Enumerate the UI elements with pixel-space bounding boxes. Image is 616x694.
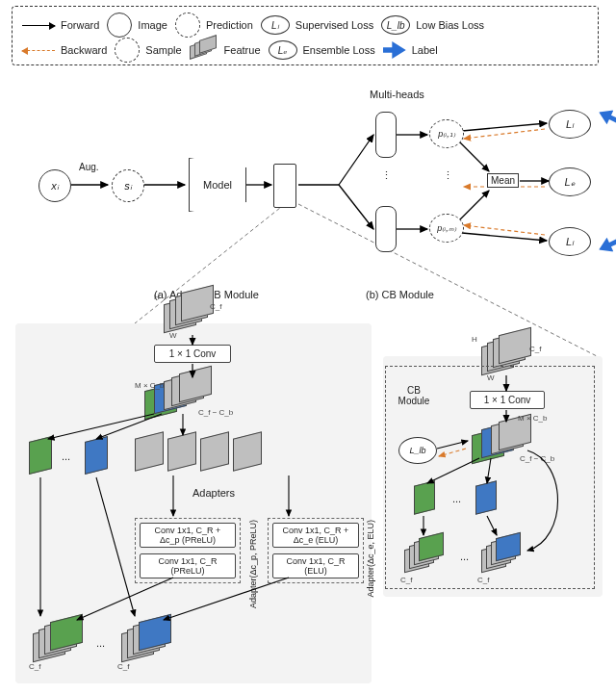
legend-sample-label: Sample <box>145 44 181 56</box>
svg-line-8 <box>460 142 489 171</box>
a-CfCb: C_f − C_b <box>198 408 233 417</box>
label-arrow-top <box>596 105 616 128</box>
a-out-Cf1: C_f <box>29 662 40 671</box>
head-1 <box>375 112 397 158</box>
ellipse-Ll-icon: Lₗ <box>261 15 290 35</box>
module-b-title: (b) CB Module <box>366 289 434 300</box>
b-H: H <box>472 335 477 344</box>
a-conv1: 1 × 1 Conv <box>154 345 231 363</box>
mean-label: Mean <box>491 175 515 186</box>
adapters-label: Adapters <box>192 487 235 499</box>
ellipse-Llb-icon: L_lb <box>381 15 410 35</box>
adapter-1: Conv 1x1, C_R + Δc_p (PReLU) Conv 1x1, C… <box>135 518 241 583</box>
ellipse-Le-icon: Lₑ <box>269 40 297 60</box>
Ll-bot-label: Lₗ <box>566 236 574 248</box>
pred-im: p₍ᵢ,ₘ₎ <box>429 214 464 243</box>
a-out-Cf2: C_f <box>117 662 129 671</box>
pi1-label: p₍ᵢ,₁₎ <box>438 129 455 139</box>
model-label: Model <box>203 179 232 191</box>
node-si: sᵢ <box>112 169 144 202</box>
fm-b-dots: ... <box>452 493 461 504</box>
feature-stack-icon <box>190 38 218 63</box>
Le-label: Lₑ <box>564 176 575 189</box>
legend-prediction: Prediction <box>175 13 253 38</box>
mean-box: Mean <box>487 173 519 188</box>
svg-line-4 <box>339 135 373 185</box>
head-m <box>375 206 397 252</box>
Ll-top-label: Lₗ <box>566 118 574 131</box>
legend: Forward Image Prediction LₗSupervised Lo… <box>12 6 599 65</box>
heads-dots: ⋮ <box>381 169 392 182</box>
loss-Llb: L_lb <box>398 437 437 464</box>
svg-line-9 <box>460 191 489 219</box>
fm-a-dots: ... <box>62 450 70 462</box>
b-CfCb: C_f − C_b <box>520 454 554 463</box>
b-Cf: C_f <box>529 345 541 353</box>
Llb-label: L_lb <box>409 446 425 455</box>
a-MCb: M × C_b <box>135 381 164 390</box>
legend-backward: Backward <box>22 44 107 56</box>
feature-rect <box>273 164 296 208</box>
legend-sample: Sample <box>115 38 181 63</box>
ad2-name: Adapter(Δc_e, ELU) <box>366 520 375 598</box>
b-out-dots: ... <box>460 551 469 562</box>
aug-label: Aug. <box>79 162 99 172</box>
legend-ensemble-loss: LₑEnsemble Loss <box>269 40 375 60</box>
ad1-name: Adapter(Δc_p, PReLU) <box>248 520 258 608</box>
svg-line-14 <box>464 225 545 235</box>
preds-dots: ⋮ <box>443 169 453 182</box>
label-arrow-bot <box>596 234 616 257</box>
legend-row-1: Forward Image Prediction LₗSupervised Lo… <box>22 13 588 38</box>
svg-line-12 <box>462 233 547 241</box>
loss-Ll-top: Lₗ <box>549 110 591 139</box>
loss-Ll-bot: Lₗ <box>549 227 591 256</box>
legend-ensemble-label: Ensemble Loss <box>303 44 375 56</box>
legend-supervised-label: Supervised Loss <box>295 19 373 31</box>
fm-a-out-dots: ... <box>96 637 105 649</box>
svg-line-11 <box>462 123 547 131</box>
b-conv1: 1 × 1 Conv <box>470 391 545 409</box>
legend-supervised-loss: LₗSupervised Loss <box>261 15 373 35</box>
pred-i1: p₍ᵢ,₁₎ <box>429 119 464 148</box>
circle-dash-icon <box>175 13 200 38</box>
ad2-bot: Conv 1x1, C_R (ELU) <box>272 553 359 578</box>
circle-sample-icon <box>115 38 140 63</box>
ad1-top: Conv 1x1, C_R + Δc_p (PReLU) <box>140 523 236 548</box>
legend-backward-label: Backward <box>61 44 107 56</box>
arrow-solid-icon <box>22 25 55 26</box>
b-out-Cf1: C_f <box>400 576 412 584</box>
legend-forward-label: Forward <box>61 19 99 31</box>
arrow-dash-icon <box>22 50 55 51</box>
node-xi: xᵢ <box>38 169 71 202</box>
b-out-Cf2: C_f <box>477 576 489 584</box>
pim-label: p₍ᵢ,ₘ₎ <box>437 223 456 233</box>
adapter-2: Conv 1x1, C_R + Δc_e (ELU) Conv 1x1, C_R… <box>268 518 364 583</box>
ad2-top: Conv 1x1, C_R + Δc_e (ELU) <box>272 523 359 548</box>
legend-image: Image <box>107 13 167 38</box>
label-arrow-icon <box>383 41 406 59</box>
legend-low-bias-loss: L_lbLow Bias Loss <box>381 15 484 35</box>
a-W: W <box>169 331 177 340</box>
legend-feature-label: Featrue <box>224 44 261 56</box>
xi-label: xᵢ <box>51 180 59 193</box>
ad1-bot: Conv 1x1, C_R (PReLU) <box>140 553 236 578</box>
legend-low-bias-label: Low Bias Loss <box>416 19 484 31</box>
loss-Le: Lₑ <box>549 167 591 196</box>
legend-label-text: Label <box>412 44 438 56</box>
multi-heads-label: Multi-heads <box>370 89 424 100</box>
model-block: Model <box>189 158 246 212</box>
circle-solid-icon <box>107 13 132 38</box>
legend-row-2: Backward Sample Featrue LₑEnsemble Loss … <box>22 38 588 63</box>
legend-prediction-label: Prediction <box>206 19 253 31</box>
legend-feature: Featrue <box>190 38 261 63</box>
legend-image-label: Image <box>138 19 167 31</box>
b-MCb: M × C_b <box>518 414 547 423</box>
a-H: H <box>154 293 160 301</box>
legend-forward: Forward <box>22 19 99 31</box>
a-Cf: C_f <box>210 302 221 311</box>
legend-label: Label <box>383 41 438 59</box>
svg-line-5 <box>339 185 373 229</box>
svg-line-13 <box>464 129 545 139</box>
si-label: sᵢ <box>124 180 132 193</box>
